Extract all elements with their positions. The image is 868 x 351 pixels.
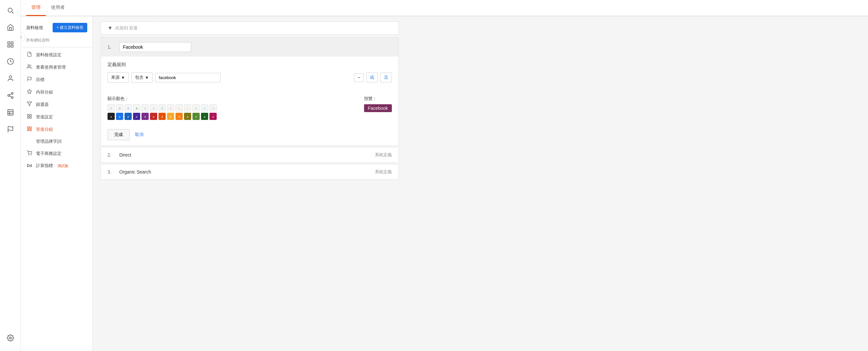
top-nav: 管理 使用者: [21, 0, 868, 16]
create-btn-label: + 建立資料檢視: [57, 25, 83, 30]
channel-number-2: 2.: [107, 152, 115, 158]
svg-rect-13: [7, 110, 13, 115]
color-row-1: aaaaaaaaaaaaa: [107, 104, 358, 111]
sidebar-item-ecommerce[interactable]: 電子商務設定: [21, 148, 92, 160]
table-icon-nav[interactable]: [3, 104, 18, 120]
top-header: 管理 使用者: [21, 0, 868, 16]
channel-tag-3: 系統定義: [375, 169, 392, 175]
sidebar-all-sites: 所有網站資料: [21, 36, 92, 46]
rules-row: 來源 ▼ 包含 ▼ − 或 且: [107, 72, 392, 83]
svg-marker-21: [27, 89, 31, 93]
color-swatch-r2-11[interactable]: a: [201, 113, 208, 120]
color-swatch-r1-7[interactable]: a: [167, 104, 174, 111]
done-button[interactable]: 完成: [107, 129, 130, 140]
channel-number-3: 3.: [107, 169, 115, 174]
channel-settings-icon: [26, 114, 33, 120]
color-swatch-r1-2[interactable]: a: [125, 104, 132, 111]
color-swatch-r1-0[interactable]: a: [107, 104, 115, 111]
color-preview-row: 顯示顏色： aaaaaaaaaaaaa aaaaaaaaaaaaa 預覽： Fa…: [107, 96, 392, 121]
sidebar-item-filters[interactable]: 篩選器: [21, 98, 92, 111]
svg-rect-28: [30, 127, 31, 128]
sidebar-item-channel-settings[interactable]: 管道設定: [21, 111, 92, 123]
contains-chevron-icon: ▼: [145, 75, 149, 80]
source-chevron-icon: ▼: [121, 75, 125, 80]
channel-item-2: 2. Direct 系統定義: [101, 147, 399, 163]
attribution-icon-nav[interactable]: [3, 88, 18, 103]
filters-icon: [26, 101, 33, 108]
sidebar-item-brand-terms[interactable]: 管理品牌字詞: [21, 136, 92, 148]
rule-and-button[interactable]: 且: [380, 72, 392, 82]
color-swatch-r1-3[interactable]: a: [133, 104, 140, 111]
sidebar-item-label: 篩選器: [36, 102, 49, 107]
color-swatch-r1-10[interactable]: a: [192, 104, 200, 111]
sidebar-item-label: 內容分組: [36, 89, 53, 95]
color-swatch-r2-4[interactable]: a: [142, 113, 149, 120]
tab-users[interactable]: 使用者: [46, 0, 70, 16]
sidebar-header: 資料檢視 + 建立資料檢視: [21, 20, 92, 36]
color-section: 顯示顏色： aaaaaaaaaaaaa aaaaaaaaaaaaa 預覽： Fa…: [101, 93, 398, 126]
sidebar-item-label: 電子商務設定: [36, 151, 61, 157]
sidebar-item-goals[interactable]: 目標: [21, 73, 92, 86]
color-row-2: aaaaaaaaaaaaa: [107, 113, 358, 120]
search-icon-nav[interactable]: [3, 3, 18, 18]
home-icon-nav[interactable]: [3, 20, 18, 35]
color-swatch-r2-5[interactable]: a: [150, 113, 157, 120]
tab-management[interactable]: 管理: [26, 0, 46, 16]
channel-tag-2: 系統定義: [375, 152, 392, 158]
sidebar-item-metrics[interactable]: Dd 計算指標 測試版: [21, 160, 92, 171]
preview-label: 預覽：: [364, 96, 392, 102]
color-swatch-r1-11[interactable]: a: [201, 104, 208, 111]
sidebar-item-data-view-settings[interactable]: 資料檢視設定: [21, 49, 92, 61]
svg-rect-5: [11, 45, 13, 47]
sidebar-item-label: 目標: [36, 77, 44, 83]
create-view-button[interactable]: + 建立資料檢視: [53, 23, 87, 32]
color-swatch-r2-6[interactable]: a: [158, 113, 166, 120]
rule-or-button[interactable]: 或: [366, 72, 378, 82]
color-swatch-r2-12[interactable]: a: [210, 113, 217, 120]
preview-tag: Facebook: [364, 104, 392, 112]
collapse-icon[interactable]: ▼: [107, 25, 113, 31]
source-dropdown[interactable]: 來源 ▼: [107, 72, 129, 83]
svg-rect-25: [27, 117, 29, 118]
svg-point-7: [9, 76, 11, 78]
contains-label: 包含: [135, 74, 144, 81]
color-swatch-r1-4[interactable]: a: [142, 104, 149, 111]
flag-icon-nav[interactable]: [3, 122, 18, 137]
svg-marker-22: [27, 102, 31, 106]
color-swatch-r1-8[interactable]: a: [176, 104, 183, 111]
contains-dropdown[interactable]: 包含 ▼: [131, 72, 153, 83]
svg-rect-2: [7, 42, 9, 44]
preview-block: 預覽： Facebook: [364, 96, 392, 112]
sidebar-item-label: 管道分組: [36, 126, 53, 132]
sidebar-item-user-management[interactable]: 查看使用者管理: [21, 61, 92, 73]
svg-line-12: [9, 94, 11, 95]
goals-icon: [26, 76, 33, 83]
cancel-button[interactable]: 取消: [135, 132, 144, 137]
color-swatch-r1-5[interactable]: a: [150, 104, 157, 111]
svg-rect-26: [30, 117, 31, 118]
color-swatch-r2-2[interactable]: a: [125, 113, 132, 120]
color-swatch-r2-1[interactable]: a: [116, 113, 123, 120]
rule-value-input[interactable]: [155, 73, 221, 82]
dashboard-icon-nav[interactable]: [3, 37, 18, 52]
color-swatch-r1-6[interactable]: a: [158, 104, 166, 111]
svg-point-8: [11, 93, 13, 94]
color-swatch-r2-3[interactable]: a: [133, 113, 140, 120]
color-swatch-r2-9[interactable]: a: [184, 113, 191, 120]
color-swatch-r2-7[interactable]: a: [167, 113, 174, 120]
color-swatch-r1-1[interactable]: a: [116, 104, 123, 111]
reports-icon-nav[interactable]: [3, 54, 18, 69]
right-panel: 管理 使用者 資料檢視 + 建立資料檢視 所有網站資料: [21, 0, 868, 351]
color-swatch-r2-8[interactable]: a: [176, 113, 183, 120]
sidebar-item-content-grouping[interactable]: 內容分組: [21, 86, 92, 98]
sidebar-item-channel-groups[interactable]: 管道分組: [21, 123, 92, 136]
svg-point-32: [31, 155, 31, 155]
color-swatch-r1-9[interactable]: a: [184, 104, 191, 111]
color-swatch-r1-12[interactable]: a: [210, 104, 217, 111]
rule-remove-button[interactable]: −: [354, 73, 364, 82]
channel-name-input[interactable]: [119, 42, 191, 52]
settings-icon-nav[interactable]: [3, 330, 18, 346]
color-swatch-r2-10[interactable]: a: [192, 113, 200, 120]
color-swatch-r2-0[interactable]: a: [107, 113, 115, 120]
users-icon-nav[interactable]: [3, 71, 18, 86]
